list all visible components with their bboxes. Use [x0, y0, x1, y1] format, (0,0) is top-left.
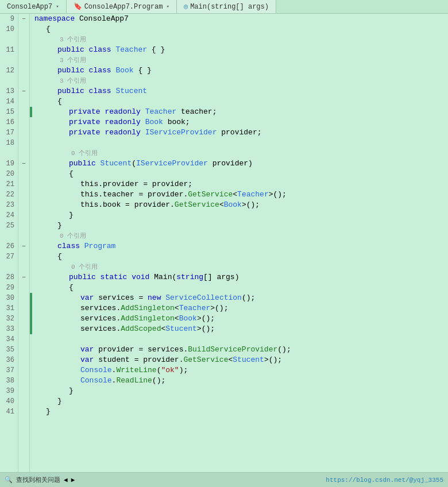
line-number: 24: [0, 210, 14, 221]
line-number: 31: [0, 303, 14, 314]
code-line: }: [34, 221, 448, 231]
code-line-inner: {: [34, 96, 62, 107]
code-line: namespace ConsoleApp7: [34, 14, 448, 24]
line-number: 36: [0, 355, 14, 365]
code-line-inner: public class Teacher { }: [34, 45, 165, 55]
code-line-inner: private readonly IServiceProvider provid…: [34, 127, 261, 138]
gutter-cell: [18, 210, 29, 221]
gutter-cell: [18, 107, 29, 117]
tab-program[interactable]: 🔖 ConsoleApp7.Program ▾: [67, 0, 177, 13]
code-line: public class Stucent: [34, 86, 448, 96]
gutter-cell: [18, 221, 29, 231]
ref-gutter-cell: [18, 262, 29, 272]
dropdown-arrow-icon[interactable]: ▾: [56, 3, 59, 10]
code-line: {: [34, 96, 448, 107]
code-line: public Stucent(IServiceProvider provider…: [34, 159, 448, 169]
code-line: services.AddScoped<Stucent>();: [34, 324, 448, 334]
line-number: 40: [0, 396, 14, 407]
dropdown-arrow2-icon[interactable]: ▾: [166, 3, 169, 10]
line-number: 18: [0, 138, 14, 148]
ref-line-num: [0, 231, 14, 241]
code-line: class Program: [34, 241, 448, 252]
gutter-cell: [18, 96, 29, 107]
gutter-cell: [18, 314, 29, 324]
ref-annotation-line: 3 个引用: [34, 76, 448, 86]
code-line: public static void Main(string[] args): [34, 272, 448, 283]
code-line-inner: }: [34, 386, 74, 396]
line-number: 32: [0, 314, 14, 324]
code-line-inner: public class Stucent: [34, 86, 147, 96]
code-line: public class Teacher { }: [34, 45, 448, 55]
line-number: 41: [0, 407, 14, 417]
line-number: 20: [0, 169, 14, 179]
gutter-cell: [18, 24, 29, 34]
line-number: 10: [0, 24, 14, 34]
code-line: Console.ReadLine();: [34, 376, 448, 386]
line-number: 14: [0, 96, 14, 107]
gutter-cell: [18, 345, 29, 355]
line-number: 23: [0, 200, 14, 210]
gutter-cell: [18, 65, 29, 76]
line-number: 27: [0, 252, 14, 262]
line-number: 21: [0, 179, 14, 190]
gutter-cell: −: [18, 272, 29, 283]
gutter-cell: −: [18, 241, 29, 252]
code-line: services.AddSingleton<Book>();: [34, 314, 448, 324]
code-line: {: [34, 252, 448, 262]
code-line: private readonly IServiceProvider provid…: [34, 127, 448, 138]
bookmark-icon: 🔖: [74, 2, 82, 11]
line-numbers-column: 9101112131415161718192021222324252627282…: [0, 14, 18, 472]
code-line-inner: services.AddSingleton<Teacher>();: [34, 303, 228, 314]
nav-left-icon[interactable]: ◀: [64, 476, 68, 484]
line-number: 15: [0, 107, 14, 117]
code-line: this.teacher = provider.GetService<Teach…: [34, 190, 448, 200]
code-line-inner: {: [34, 283, 74, 293]
code-line-inner: public static void Main(string[] args): [34, 272, 239, 283]
line-number: 19: [0, 159, 14, 169]
line-number: 11: [0, 45, 14, 55]
nav-right-icon[interactable]: ▶: [71, 476, 75, 484]
ref-line-num: [0, 76, 14, 86]
bottom-left-section: 🔍 查找到相关问题 ◀ ▶: [5, 476, 75, 484]
gutter-cell: [18, 407, 29, 417]
search-icon: 🔍: [5, 476, 13, 484]
line-number: 13: [0, 86, 14, 96]
code-line: private readonly Teacher teacher;: [34, 107, 448, 117]
gutter-cell: −: [18, 159, 29, 169]
gutter-cell: [18, 252, 29, 262]
code-line: var student = provider.GetService<Stucen…: [34, 355, 448, 365]
code-line: }: [34, 407, 448, 417]
tab-main[interactable]: ◎ Main(string[] args): [177, 0, 276, 13]
code-line-inner: private readonly Book book;: [34, 117, 190, 127]
code-line: this.provider = provider;: [34, 179, 448, 190]
gutter-cell: [18, 376, 29, 386]
code-line-inner: var services = new ServiceCollection();: [34, 293, 255, 303]
gutter-cell: −: [18, 14, 29, 24]
code-area: 9101112131415161718192021222324252627282…: [0, 14, 448, 472]
title-bar: ConsoleApp7 ▾ 🔖 ConsoleApp7.Program ▾ ◎ …: [0, 0, 448, 14]
ref-gutter-cell: [18, 76, 29, 86]
bottom-bar: 🔍 查找到相关问题 ◀ ▶ https://blog.csdn.net/@yqj…: [0, 472, 448, 487]
code-line-inner: }: [34, 407, 51, 417]
code-line: services.AddSingleton<Teacher>();: [34, 303, 448, 314]
code-line-inner: {: [34, 252, 62, 262]
code-line-inner: Console.WriteLine("ok");: [34, 365, 188, 376]
code-line: Console.WriteLine("ok");: [34, 365, 448, 376]
code-line-inner: services.AddScoped<Stucent>();: [34, 324, 215, 334]
code-content: namespace ConsoleApp7{3 个引用public class …: [32, 14, 448, 472]
gutter-column: −−−−−: [18, 14, 30, 472]
gutter-cell: [18, 45, 29, 55]
code-line-inner: public class Book { }: [34, 65, 152, 76]
ref-annotation-line: 0 个引用: [34, 148, 448, 159]
code-line: }: [34, 386, 448, 396]
code-line: var provider = services.BuildServiceProv…: [34, 345, 448, 355]
code-line: {: [34, 283, 448, 293]
tab-consoleapp7[interactable]: ConsoleApp7 ▾: [0, 0, 67, 13]
gutter-cell: [18, 138, 29, 148]
ref-gutter-cell: [18, 55, 29, 65]
ref-annotation-line: 3 个引用: [34, 34, 448, 45]
code-line-inner: this.book = provider.GetService<Book>();: [34, 200, 260, 210]
watermark: https://blog.csdn.net/@yqj_3355: [326, 477, 443, 484]
line-number: 26: [0, 241, 14, 252]
line-number: 22: [0, 190, 14, 200]
